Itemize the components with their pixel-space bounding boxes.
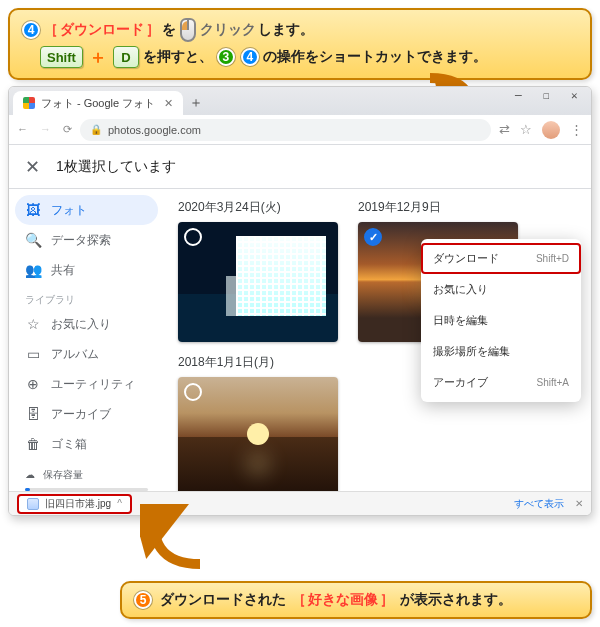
sidebar-item-albums[interactable]: ▭ アルバム bbox=[15, 339, 158, 369]
text-end1: します。 bbox=[258, 21, 314, 39]
menu-shortcut: Shift+D bbox=[536, 253, 569, 264]
menu-item-archive[interactable]: アーカイブ Shift+A bbox=[421, 367, 581, 398]
photo-thumbnail-harbor[interactable] bbox=[178, 377, 338, 491]
bracket-open: ［ bbox=[292, 591, 306, 609]
text-wo: を bbox=[162, 21, 176, 39]
url-text: photos.google.com bbox=[108, 124, 201, 136]
tab-favicon-icon bbox=[23, 97, 35, 109]
menu-label: 撮影場所を編集 bbox=[433, 344, 510, 359]
bracket-close: ］ bbox=[380, 591, 394, 609]
step-number-5: 5 bbox=[134, 591, 152, 609]
instruction-box-top: 4 ［ ダウンロード ］ を クリック します。 Shift ＋ D を押すと、… bbox=[8, 8, 592, 80]
sidebar-label: ユーティリティ bbox=[51, 376, 135, 393]
download-chip[interactable]: 旧四日市港.jpg ^ bbox=[17, 494, 132, 514]
instruction-line-1: 4 ［ ダウンロード ］ を クリック します。 bbox=[20, 18, 580, 42]
date-heading: 2019年12月9日 bbox=[358, 199, 518, 216]
instruction-line-2: Shift ＋ D を押すと、 3 4 の操作をショートカットできます。 bbox=[38, 46, 580, 68]
archive-icon: 🗄 bbox=[25, 406, 41, 422]
menu-label: お気に入り bbox=[433, 282, 488, 297]
search-icon: 🔍 bbox=[25, 232, 41, 248]
utility-icon: ⊕ bbox=[25, 376, 41, 392]
photo-thumbnail-factory[interactable] bbox=[178, 222, 338, 342]
storage-label: 保存容量 bbox=[43, 467, 83, 482]
sidebar-item-archive[interactable]: 🗄 アーカイブ bbox=[15, 399, 158, 429]
star-icon[interactable]: ☆ bbox=[520, 122, 532, 137]
close-shelf-icon[interactable]: ✕ bbox=[575, 498, 583, 509]
address-bar: ← → ⟳ 🔒 photos.google.com ⇄ ☆ ⋮ bbox=[9, 115, 591, 145]
tab-bar: フォト - Google フォト ✕ ＋ bbox=[9, 87, 591, 115]
instruction-box-bottom: 5 ダウンロードされた ［ 好きな画像 ］ が表示されます。 bbox=[120, 581, 592, 619]
sidebar-label: 共有 bbox=[51, 262, 75, 279]
selection-header: ✕ 1枚選択しています bbox=[9, 145, 591, 189]
window-controls: ─ ☐ ✕ bbox=[515, 91, 583, 103]
menu-label: アーカイブ bbox=[433, 375, 488, 390]
menu-item-edit-location[interactable]: 撮影場所を編集 bbox=[421, 336, 581, 367]
lock-icon: 🔒 bbox=[90, 124, 102, 135]
people-icon: 👥 bbox=[25, 262, 41, 278]
sidebar-item-photos[interactable]: 🖼 フォト bbox=[15, 195, 158, 225]
text-suffix: が表示されます。 bbox=[396, 591, 512, 609]
text-click: クリック bbox=[200, 21, 256, 39]
sidebar-item-explore[interactable]: 🔍 データ探索 bbox=[15, 225, 158, 255]
tab-close-icon[interactable]: ✕ bbox=[164, 97, 173, 110]
menu-shortcut: Shift+A bbox=[536, 377, 569, 388]
select-circle-icon[interactable] bbox=[184, 383, 202, 401]
url-field[interactable]: 🔒 photos.google.com bbox=[80, 119, 491, 141]
reload-button[interactable]: ⟳ bbox=[63, 123, 72, 136]
cloud-icon: ☁ bbox=[25, 467, 35, 482]
back-button[interactable]: ← bbox=[17, 123, 28, 136]
sidebar-item-favorites[interactable]: ☆ お気に入り bbox=[15, 309, 158, 339]
menu-icon[interactable]: ⋮ bbox=[570, 122, 583, 137]
menu-label: ダウンロード bbox=[433, 251, 499, 266]
bracket-close: ］ bbox=[146, 21, 160, 39]
sidebar-label: お気に入り bbox=[51, 316, 111, 333]
plus-icon: ＋ bbox=[89, 48, 107, 66]
download-shelf: 旧四日市港.jpg ^ すべて表示 ✕ bbox=[9, 491, 591, 515]
date-heading: 2020年3月24日(火) bbox=[178, 199, 338, 216]
max-button[interactable]: ☐ bbox=[543, 91, 555, 103]
sidebar-label: フォト bbox=[51, 202, 87, 219]
sidebar-item-sharing[interactable]: 👥 共有 bbox=[15, 255, 158, 285]
keyword-download: ダウンロード bbox=[60, 21, 144, 39]
sidebar-label: データ探索 bbox=[51, 232, 111, 249]
sidebar-label: アルバム bbox=[51, 346, 99, 363]
profile-avatar[interactable] bbox=[542, 121, 560, 139]
mouse-icon bbox=[180, 18, 196, 42]
key-d: D bbox=[113, 46, 139, 68]
step-number-4b: 4 bbox=[241, 48, 259, 66]
selection-close-icon[interactable]: ✕ bbox=[25, 156, 40, 178]
sidebar-label: アーカイブ bbox=[51, 406, 111, 423]
translate-icon[interactable]: ⇄ bbox=[499, 122, 510, 137]
menu-item-edit-datetime[interactable]: 日時を編集 bbox=[421, 305, 581, 336]
album-icon: ▭ bbox=[25, 346, 41, 362]
browser-window: ─ ☐ ✕ フォト - Google フォト ✕ ＋ ← → ⟳ 🔒 photo… bbox=[8, 86, 592, 516]
trash-icon: 🗑 bbox=[25, 436, 41, 452]
show-all-downloads[interactable]: すべて表示 bbox=[514, 498, 564, 509]
select-circle-checked-icon[interactable] bbox=[364, 228, 382, 246]
text-mid1: を押すと、 bbox=[143, 48, 213, 66]
sidebar-item-utilities[interactable]: ⊕ ユーティリティ bbox=[15, 369, 158, 399]
menu-item-favorite[interactable]: お気に入り bbox=[421, 274, 581, 305]
menu-item-download[interactable]: ダウンロード Shift+D bbox=[421, 243, 581, 274]
download-filename: 旧四日市港.jpg bbox=[45, 497, 111, 511]
new-tab-button[interactable]: ＋ bbox=[189, 94, 203, 112]
select-circle-icon[interactable] bbox=[184, 228, 202, 246]
chevron-up-icon: ^ bbox=[117, 498, 122, 509]
bracket-open: ［ bbox=[44, 21, 58, 39]
tab-title: フォト - Google フォト bbox=[41, 96, 154, 111]
step-number-4: 4 bbox=[22, 21, 40, 39]
step-number-3: 3 bbox=[217, 48, 235, 66]
key-shift: Shift bbox=[40, 46, 83, 68]
photos-icon: 🖼 bbox=[25, 202, 41, 218]
selection-count-text: 1枚選択しています bbox=[56, 158, 176, 176]
forward-button[interactable]: → bbox=[40, 123, 51, 136]
sidebar-section-label: ライブラリ bbox=[15, 285, 158, 309]
sidebar-item-trash[interactable]: 🗑 ゴミ箱 bbox=[15, 429, 158, 459]
close-button[interactable]: ✕ bbox=[571, 91, 583, 103]
active-tab[interactable]: フォト - Google フォト ✕ bbox=[13, 91, 183, 115]
star-icon: ☆ bbox=[25, 316, 41, 332]
min-button[interactable]: ─ bbox=[515, 91, 527, 103]
sidebar: 🖼 フォト 🔍 データ探索 👥 共有 ライブラリ ☆ お気に入り ▭ アルバム … bbox=[9, 189, 164, 491]
keyword-image: 好きな画像 bbox=[308, 591, 378, 609]
context-menu: ダウンロード Shift+D お気に入り 日時を編集 撮影場所を編集 アーカイブ… bbox=[421, 239, 581, 402]
